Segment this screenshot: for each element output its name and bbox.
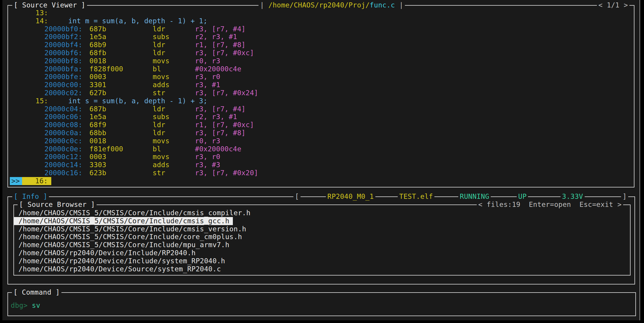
- file-list-item[interactable]: /home/CHAOS/CMSIS_5/CMSIS/Core/Include/c…: [14, 209, 629, 217]
- instruction-opcode: 0018: [89, 137, 106, 145]
- instruction-mnemonic: ldr: [153, 129, 165, 137]
- disassembly-line: 20000c14:3303addsr3, #3: [9, 161, 633, 169]
- disassembly-line: 20000bfa:f828f000bl#0x20000c4e: [9, 65, 633, 73]
- command-input-text: sv: [32, 302, 40, 309]
- instruction-address: 20000c02:: [44, 89, 82, 97]
- instruction-operands: r3, [r7, #4]: [195, 25, 246, 33]
- instruction-address: 20000bf8:: [44, 57, 82, 65]
- command-prompt: dbg>: [11, 302, 28, 309]
- disassembly-line: 20000bf2:1e5asubsr2, r3, #1: [9, 33, 633, 41]
- instruction-opcode: 68f9: [89, 121, 106, 129]
- instruction-address: 20000c16:: [44, 169, 82, 177]
- instruction-mnemonic: movs: [153, 57, 170, 65]
- command-input-line[interactable]: dbg> sv: [11, 302, 40, 318]
- instruction-operands: r2, r3, #1: [195, 33, 237, 41]
- file-list-item[interactable]: /home/CHAOS/CMSIS_5/CMSIS/Core/Include/c…: [14, 217, 629, 225]
- instruction-mnemonic: ldr: [153, 105, 165, 113]
- source-line: 14:int m = sum(a, b, depth - 1) + 1;: [9, 17, 633, 25]
- disassembly-line: 20000c02:627bstrr3, [r7, #0x24]: [9, 89, 633, 97]
- file-list: /home/CHAOS/CMSIS_5/CMSIS/Core/Include/c…: [14, 209, 629, 273]
- disassembly-line: 20000c12:0003movsr3, r0: [9, 153, 633, 161]
- pager-indicator: < 1/1 >: [597, 1, 629, 9]
- command-title: [ Command ]: [12, 288, 61, 296]
- instruction-opcode: 0003: [89, 73, 106, 81]
- file-list-item[interactable]: /home/CHAOS/rp2040/Device/Source/system_…: [14, 265, 629, 273]
- info-bracket-close: ]: [621, 193, 628, 201]
- command-titlebar: [ Command ]: [8, 288, 635, 296]
- instruction-mnemonic: bl: [153, 145, 161, 153]
- disassembly-line: 20000c0a:68bbldrr3, [r7, #8]: [9, 129, 633, 137]
- line-number: 13:: [35, 9, 48, 17]
- source-line: 13:: [9, 9, 633, 17]
- file-list-item[interactable]: /home/CHAOS/CMSIS_5/CMSIS/Core/Include/m…: [14, 241, 629, 249]
- disassembly-line: 20000c16:623bstrr3, [r7, #0x20]: [9, 169, 633, 177]
- instruction-address: 20000c08:: [44, 121, 82, 129]
- instruction-mnemonic: str: [153, 89, 165, 97]
- source-file-dir: /home/CHAOS/rp2040/Proj/: [268, 1, 370, 9]
- source-browser-title: [ Source Browser ]: [18, 201, 97, 209]
- instruction-operands: #0x20000c4e: [195, 65, 242, 73]
- source-browser-titlebar: [ Source Browser ] < files:19 Enter=open…: [14, 201, 630, 209]
- path-separator-left: |: [260, 1, 268, 9]
- instruction-address: 20000c0e:: [44, 145, 82, 153]
- disassembly-line: 20000bf8:0018movsr0, r3: [9, 57, 633, 65]
- file-list-item[interactable]: /home/CHAOS/CMSIS_5/CMSIS/Core/Include/c…: [14, 225, 629, 233]
- source-code: int m = sum(a, b, depth - 1) + 1;: [68, 17, 208, 25]
- disassembly-line: 20000c06:1e5asubsr2, r3, #1: [9, 113, 633, 121]
- source-viewer-title: [ Source Viewer ]: [12, 1, 87, 9]
- instruction-operands: r1, [r7, #8]: [195, 41, 246, 49]
- instruction-opcode: f81ef000: [89, 145, 123, 153]
- instruction-mnemonic: str: [153, 169, 165, 177]
- instruction-address: 20000c12:: [44, 153, 82, 161]
- disassembly-line: 20000c0c:0018movsr0, r3: [9, 137, 633, 145]
- instruction-opcode: 627b: [89, 89, 106, 97]
- elf-file-name: TEST.elf: [398, 193, 434, 201]
- disassembly-line: 20000c0e:f81ef000bl#0x20000c4e: [9, 145, 633, 153]
- command-panel: [ Command ] dbg> sv: [7, 292, 636, 316]
- source-code: int s = sum(b, a, depth - 1) + 3;: [68, 97, 208, 105]
- instruction-address: 20000bf0:: [44, 25, 82, 33]
- instruction-operands: r3, [r7, #8]: [195, 129, 246, 137]
- instruction-operands: r0, r3: [195, 57, 220, 65]
- instruction-operands: r3, #3: [195, 161, 220, 169]
- instruction-address: 20000c04:: [44, 105, 82, 113]
- instruction-address: 20000bf2:: [44, 33, 82, 41]
- instruction-address: 20000c06:: [44, 113, 82, 121]
- instruction-opcode: 3301: [89, 81, 106, 89]
- instruction-operands: r3, [r7, #0x24]: [195, 89, 258, 97]
- instruction-operands: r3, [r7, #4]: [195, 105, 246, 113]
- terminal-window: [ Source Viewer ] | /home/CHAOS/rp2040/P…: [2, 0, 640, 320]
- instruction-operands: r3, [r7, #0x20]: [195, 169, 258, 177]
- instruction-address: 20000bf6:: [44, 49, 82, 57]
- instruction-mnemonic: ldr: [153, 25, 165, 33]
- instruction-mnemonic: bl: [153, 65, 161, 73]
- instruction-mnemonic: subs: [153, 113, 170, 121]
- execution-cursor-line: >> 16:: [9, 177, 633, 185]
- instruction-opcode: 68fb: [89, 49, 106, 57]
- selected-file-highlight: /home/CHAOS/CMSIS_5/CMSIS/Core/Include/c…: [14, 217, 233, 225]
- disassembly-line: 20000bfe:0003movsr3, r0: [9, 73, 633, 81]
- instruction-mnemonic: adds: [153, 81, 170, 89]
- instruction-operands: r2, r3, #1: [195, 113, 237, 121]
- source-file-name: func.c: [370, 1, 395, 9]
- instruction-opcode: 0003: [89, 153, 106, 161]
- current-line-number: 16:: [22, 177, 51, 185]
- file-list-item[interactable]: /home/CHAOS/CMSIS_5/CMSIS/Core/Include/c…: [14, 233, 629, 241]
- instruction-address: 20000c0c:: [44, 137, 82, 145]
- instruction-mnemonic: subs: [153, 33, 170, 41]
- line-number: 14:: [35, 17, 48, 25]
- source-viewer-panel: [ Source Viewer ] | /home/CHAOS/rp2040/P…: [7, 5, 634, 187]
- info-title: [ Info ]: [12, 193, 49, 201]
- instruction-address: 20000bfa:: [44, 65, 82, 73]
- run-state-badge: RUNNING: [458, 193, 491, 201]
- instruction-opcode: 68b9: [89, 41, 106, 49]
- file-list-item[interactable]: /home/CHAOS/rp2040/Device/Include/system…: [14, 257, 629, 265]
- disassembly-line: 20000c04:687bldrr3, [r7, #4]: [9, 105, 633, 113]
- instruction-opcode: 687b: [89, 105, 106, 113]
- file-list-item[interactable]: /home/CHAOS/rp2040/Device/Include/RP2040…: [14, 249, 629, 257]
- disassembly-line: 20000bf4:68b9ldrr1, [r7, #8]: [9, 41, 633, 49]
- instruction-address: 20000c14:: [44, 161, 82, 169]
- instruction-address: 20000bfe:: [44, 73, 82, 81]
- link-status: UP: [517, 193, 528, 201]
- disassembly-line: 20000c00:3301addsr3, #1: [9, 81, 633, 89]
